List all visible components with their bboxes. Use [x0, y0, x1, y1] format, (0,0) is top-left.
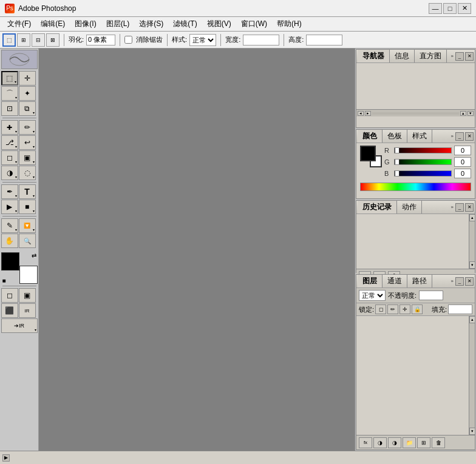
tool-dodge[interactable]: ◑ ▾: [1, 166, 18, 180]
lock-image-btn[interactable]: ✏: [387, 304, 398, 314]
navigator-expand-icon[interactable]: »: [450, 53, 454, 59]
cp-fg-swatch[interactable]: [360, 146, 376, 161]
menu-filter[interactable]: 滤镜(T): [168, 18, 202, 30]
tool-lasso[interactable]: ⌒ ▾: [1, 86, 18, 101]
subtract-selection-btn[interactable]: ⊟: [32, 33, 45, 47]
nav-scroll-right[interactable]: ▸: [365, 111, 371, 116]
tool-screen-full[interactable]: ⬛: [1, 303, 18, 318]
tool-pen[interactable]: ✒ ▾: [1, 184, 18, 199]
blend-mode-select[interactable]: 正常: [359, 290, 386, 301]
lock-position-btn[interactable]: ✛: [399, 304, 410, 314]
red-input[interactable]: [454, 146, 471, 155]
menu-select[interactable]: 选择(S): [134, 18, 168, 30]
antialias-checkbox[interactable]: [124, 36, 132, 44]
background-color-swatch[interactable]: [19, 266, 38, 284]
layer-effects-btn[interactable]: fx: [359, 437, 372, 448]
navigator-close-btn[interactable]: ✕: [465, 52, 474, 61]
blue-thumb[interactable]: [395, 170, 399, 177]
tab-channels[interactable]: 通道: [382, 275, 407, 287]
history-scroll-down[interactable]: ▾: [469, 261, 475, 269]
tab-paths[interactable]: 路径: [407, 275, 432, 287]
tool-screen-full-menu[interactable]: ▣: [19, 288, 36, 303]
tool-move[interactable]: ✛: [19, 71, 36, 86]
layer-mask-btn[interactable]: ◑: [373, 437, 387, 448]
close-button[interactable]: ✕: [458, 3, 471, 14]
color-spectrum[interactable]: [360, 183, 471, 191]
tool-path-select[interactable]: ▶ ▾: [1, 200, 18, 214]
nav-scroll-up[interactable]: ▴: [460, 111, 466, 116]
tab-layers[interactable]: 图层: [358, 275, 382, 287]
layers-close-btn[interactable]: ✕: [465, 277, 474, 286]
menu-file[interactable]: 文件(F): [2, 18, 36, 30]
red-thumb[interactable]: [395, 147, 399, 153]
layers-scroll-up[interactable]: ▴: [469, 316, 475, 323]
foreground-color-swatch[interactable]: [1, 252, 19, 271]
menu-view[interactable]: 视图(V): [202, 18, 236, 30]
tool-crop[interactable]: ⊡: [1, 101, 18, 116]
layers-minimize-btn[interactable]: _: [455, 277, 464, 286]
tab-histogram[interactable]: 直方图: [415, 50, 447, 62]
menu-edit[interactable]: 编辑(E): [36, 18, 70, 30]
blue-slider[interactable]: [394, 170, 452, 177]
maximize-button[interactable]: □: [443, 3, 457, 14]
swap-colors-btn[interactable]: ⇄: [32, 252, 36, 259]
tab-swatches[interactable]: 色板: [382, 130, 407, 143]
tab-navigator[interactable]: 导航器: [358, 50, 390, 62]
tab-info[interactable]: 信息: [390, 50, 415, 62]
tab-color[interactable]: 颜色: [358, 130, 382, 143]
lock-transparent-btn[interactable]: ◻: [375, 304, 386, 314]
tool-marquee[interactable]: ⬚ ▾: [1, 71, 18, 86]
style-select[interactable]: 正常: [189, 34, 216, 46]
tool-imageready[interactable]: IR: [19, 303, 36, 318]
history-minimize-btn[interactable]: _: [455, 203, 464, 212]
tool-blur[interactable]: ◌ ▾: [19, 166, 36, 180]
history-scroll-up[interactable]: ▴: [469, 214, 475, 221]
layer-new-btn[interactable]: ⊞: [417, 437, 430, 448]
minimize-button[interactable]: —: [429, 3, 442, 14]
tool-hand[interactable]: ✋: [1, 234, 18, 248]
tool-magic-wand[interactable]: ✦: [19, 86, 36, 101]
red-slider[interactable]: [394, 147, 452, 153]
jump-to-imageready[interactable]: ➔IR ▾: [1, 318, 38, 333]
tool-text[interactable]: T ▾: [19, 184, 36, 199]
layer-delete-btn[interactable]: 🗑: [432, 437, 445, 448]
menu-layer[interactable]: 图层(L): [101, 18, 135, 30]
status-scroll-btn[interactable]: ▶: [2, 454, 10, 462]
tool-brush[interactable]: ✏ ▾: [19, 120, 36, 135]
tool-notes[interactable]: ✎ ▾: [1, 218, 18, 233]
menu-window[interactable]: 窗口(W): [236, 18, 272, 30]
layers-expand-icon[interactable]: »: [450, 278, 454, 284]
color-minimize-btn[interactable]: _: [455, 132, 464, 141]
blue-input[interactable]: [454, 169, 471, 178]
green-thumb[interactable]: [395, 159, 399, 165]
tool-stamp[interactable]: ⎇ ▾: [1, 135, 18, 150]
tab-history[interactable]: 历史记录: [358, 201, 397, 214]
history-expand-icon[interactable]: »: [450, 204, 454, 210]
nav-scroll-down[interactable]: ▾: [467, 111, 474, 116]
color-close-btn[interactable]: ✕: [465, 132, 474, 141]
menu-help[interactable]: 帮助(H): [272, 18, 307, 30]
tool-heal[interactable]: ✚ ▾: [1, 120, 18, 135]
intersect-selection-btn[interactable]: ⊠: [46, 33, 59, 47]
tool-gradient[interactable]: ▣ ▾: [19, 150, 36, 165]
opacity-input[interactable]: [419, 291, 443, 300]
add-selection-btn[interactable]: ⊞: [17, 33, 30, 47]
lock-all-btn[interactable]: 🔒: [412, 304, 423, 314]
default-colors-btn[interactable]: ■: [2, 277, 6, 284]
nav-scroll-left[interactable]: ◂: [358, 111, 364, 116]
width-input[interactable]: [243, 35, 279, 45]
tool-eraser[interactable]: ◻ ▾: [1, 150, 18, 165]
history-close-btn[interactable]: ✕: [465, 203, 474, 212]
layer-adjustment-btn[interactable]: ◑: [388, 437, 401, 448]
tab-actions[interactable]: 动作: [397, 201, 422, 214]
menu-image[interactable]: 图像(I): [70, 18, 101, 30]
tab-styles[interactable]: 样式: [407, 130, 432, 143]
feather-input[interactable]: [86, 35, 115, 45]
height-input[interactable]: [306, 35, 342, 45]
layers-scroll-down[interactable]: ▾: [469, 428, 475, 435]
layer-group-btn[interactable]: 📁: [403, 437, 416, 448]
green-slider[interactable]: [394, 159, 452, 165]
green-input[interactable]: [454, 157, 471, 167]
navigator-minimize-btn[interactable]: _: [455, 52, 464, 61]
tool-shape[interactable]: ■ ▾: [19, 200, 36, 214]
